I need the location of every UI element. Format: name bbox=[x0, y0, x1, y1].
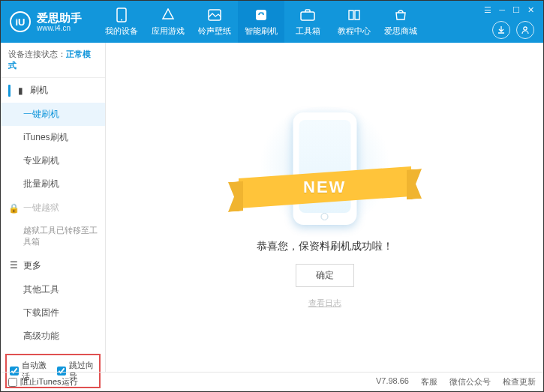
ribbon-text: NEW bbox=[303, 178, 346, 197]
version-label: V7.98.66 bbox=[376, 376, 409, 388]
account-button[interactable] bbox=[516, 21, 534, 39]
nav-apps[interactable]: 应用游戏 bbox=[145, 1, 191, 43]
nav-label: 智能刷机 bbox=[245, 25, 278, 37]
customer-service-link[interactable]: 客服 bbox=[421, 376, 437, 388]
success-illustration: NEW bbox=[254, 106, 396, 226]
titlebar: iU 爱思助手 www.i4.cn 我的设备 应用游戏 铃声壁纸 智能刷机 bbox=[1, 1, 543, 43]
flash-icon bbox=[254, 7, 269, 22]
nav-tutorials[interactable]: 教程中心 bbox=[331, 1, 377, 43]
sidebar-item-batch-flash[interactable]: 批量刷机 bbox=[1, 172, 105, 196]
phone-small-icon: ▮ bbox=[15, 85, 26, 96]
store-icon bbox=[393, 7, 408, 22]
section-label: 更多 bbox=[23, 259, 41, 272]
connection-status: 设备连接状态：正常模式 bbox=[1, 43, 105, 78]
brand-name: 爱思助手 bbox=[37, 11, 82, 24]
download-button[interactable] bbox=[492, 21, 510, 39]
nav-label: 应用游戏 bbox=[152, 25, 185, 37]
statusbar: 阻止iTunes运行 V7.98.66 客服 微信公众号 检查更新 bbox=[1, 372, 543, 391]
nav-toolbox[interactable]: 工具箱 bbox=[284, 1, 331, 43]
checkbox-block-itunes[interactable]: 阻止iTunes运行 bbox=[8, 376, 78, 388]
book-icon bbox=[347, 7, 362, 22]
main-nav: 我的设备 应用游戏 铃声壁纸 智能刷机 工具箱 教程中心 bbox=[98, 1, 424, 43]
title-right: ☰ ─ ☐ ✕ bbox=[484, 5, 540, 39]
check-update-link[interactable]: 检查更新 bbox=[503, 376, 536, 388]
nav-label: 我的设备 bbox=[105, 25, 138, 37]
wechat-link[interactable]: 微信公众号 bbox=[449, 376, 491, 388]
brand-site: www.i4.cn bbox=[37, 24, 82, 33]
sidebar-item-download-fw[interactable]: 下载固件 bbox=[1, 301, 105, 325]
svg-point-1 bbox=[121, 19, 122, 20]
active-indicator bbox=[8, 85, 11, 97]
brand-block: iU 爱思助手 www.i4.cn bbox=[10, 11, 82, 33]
section-label: 一键越狱 bbox=[23, 202, 59, 214]
sidebar-item-pro-flash[interactable]: 专业刷机 bbox=[1, 149, 105, 172]
sidebar: 设备连接状态：正常模式 ▮ 刷机 一键刷机 iTunes刷机 专业刷机 批量刷机… bbox=[1, 43, 106, 372]
wallpaper-icon bbox=[207, 7, 222, 22]
menu-icon[interactable]: ☰ bbox=[484, 5, 491, 15]
brand-logo-letter: iU bbox=[16, 16, 26, 28]
close-icon[interactable]: ✕ bbox=[527, 5, 534, 15]
sidebar-item-itunes-flash[interactable]: iTunes刷机 bbox=[1, 126, 105, 149]
svg-point-5 bbox=[524, 26, 527, 29]
sidebar-item-advanced[interactable]: 高级功能 bbox=[1, 325, 105, 348]
sidebar-section-flash[interactable]: ▮ 刷机 bbox=[1, 78, 105, 103]
conn-label: 设备连接状态： bbox=[8, 49, 66, 58]
success-message: 恭喜您，保资料刷机成功啦！ bbox=[257, 240, 393, 253]
nav-label: 爱思商城 bbox=[384, 25, 417, 37]
toolbox-icon bbox=[300, 7, 315, 22]
minimize-icon[interactable]: ─ bbox=[499, 5, 505, 15]
nav-flash[interactable]: 智能刷机 bbox=[238, 1, 284, 43]
phone-icon bbox=[114, 7, 129, 22]
sidebar-section-more[interactable]: ☰ 更多 bbox=[1, 253, 105, 278]
view-log-link[interactable]: 查看日志 bbox=[308, 298, 341, 309]
nav-label: 工具箱 bbox=[296, 25, 320, 37]
maximize-icon[interactable]: ☐ bbox=[512, 5, 520, 15]
svg-rect-4 bbox=[301, 12, 314, 20]
section-label: 刷机 bbox=[30, 84, 48, 97]
nav-label: 教程中心 bbox=[338, 25, 371, 37]
checkbox-input[interactable] bbox=[8, 378, 17, 387]
lock-icon: 🔒 bbox=[8, 203, 19, 214]
apps-icon bbox=[161, 7, 176, 22]
nav-store[interactable]: 爱思商城 bbox=[377, 1, 424, 43]
svg-rect-3 bbox=[256, 10, 266, 20]
sidebar-item-onekey-flash[interactable]: 一键刷机 bbox=[1, 103, 105, 126]
sidebar-section-jailbreak[interactable]: 🔒 一键越狱 bbox=[1, 196, 105, 220]
nav-ringtones[interactable]: 铃声壁纸 bbox=[191, 1, 238, 43]
nav-label: 铃声壁纸 bbox=[198, 25, 231, 37]
sidebar-item-other-tools[interactable]: 其他工具 bbox=[1, 278, 105, 301]
phone-illustration-icon bbox=[293, 112, 356, 225]
more-icon: ☰ bbox=[8, 260, 19, 271]
ok-button[interactable]: 确定 bbox=[296, 264, 354, 287]
main-content: NEW 恭喜您，保资料刷机成功啦！ 确定 查看日志 bbox=[106, 43, 543, 372]
nav-my-device[interactable]: 我的设备 bbox=[98, 1, 145, 43]
brand-logo-icon: iU bbox=[10, 11, 31, 32]
jailbreak-note: 越狱工具已转移至工具箱 bbox=[1, 220, 105, 253]
